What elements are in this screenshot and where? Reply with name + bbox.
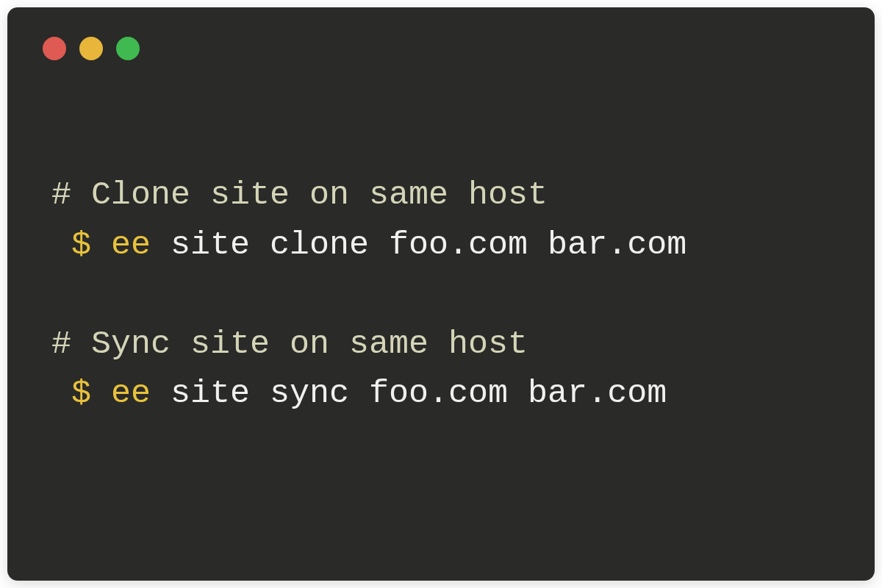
blank-line (51, 270, 831, 320)
maximize-icon[interactable] (116, 37, 140, 60)
command-name: ee (111, 375, 151, 412)
comment-text: # Clone site on same host (51, 176, 548, 214)
terminal-window: # Clone site on same host $ ee site clon… (7, 7, 875, 581)
terminal-body: # Clone site on same host $ ee site clon… (7, 60, 875, 419)
titlebar (7, 7, 875, 60)
command-args: site clone foo.com bar.com (151, 226, 686, 264)
prompt-symbol: $ (51, 226, 111, 264)
prompt-symbol: $ (51, 375, 111, 412)
comment-line: # Clone site on same host (51, 171, 831, 220)
comment-text: # Sync site on same host (51, 326, 528, 363)
comment-line: # Sync site on same host (51, 320, 831, 370)
close-icon[interactable] (43, 37, 66, 60)
minimize-icon[interactable] (79, 37, 103, 60)
command-line: $ ee site sync foo.com bar.com (51, 369, 831, 419)
command-name: ee (111, 226, 151, 264)
command-line: $ ee site clone foo.com bar.com (51, 220, 831, 270)
command-args: site sync foo.com bar.com (151, 375, 667, 412)
